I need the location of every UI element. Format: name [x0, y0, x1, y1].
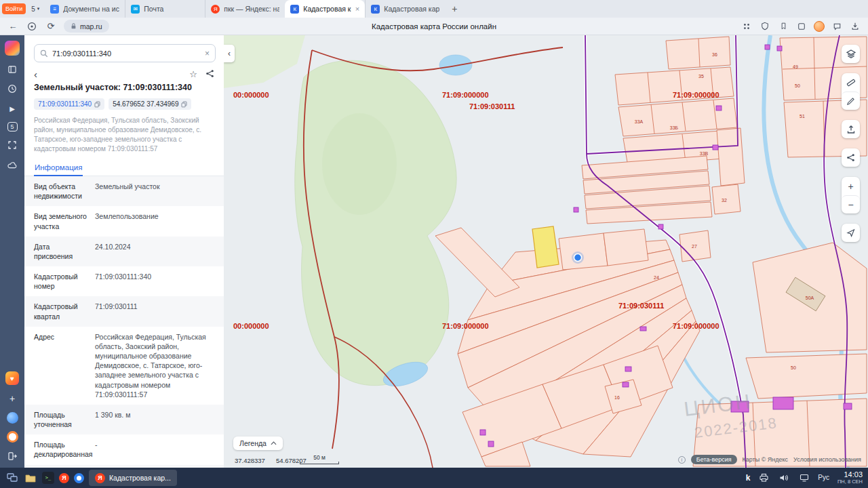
map-area: 00:000000 71:09:000000 71:09:030111 71:0…: [224, 35, 868, 468]
refresh-button[interactable]: ⟳: [45, 20, 57, 33]
close-tab-icon[interactable]: ×: [355, 5, 359, 13]
printer-icon[interactable]: [757, 471, 770, 485]
tab-title: Почта: [144, 5, 199, 13]
exit-door-icon[interactable]: [6, 450, 18, 462]
bookmark-flag-icon[interactable]: [777, 20, 789, 33]
cursor-coordinates: 37.428337 54.678207: [235, 457, 307, 464]
row-label: Площадь уточненная: [34, 410, 90, 429]
zoom-out-button[interactable]: −: [842, 195, 860, 214]
table-row: АдресРоссийская Федерация, Тульская обла…: [24, 327, 224, 405]
locate-me-button[interactable]: [842, 224, 860, 242]
profile-avatar[interactable]: [814, 21, 825, 32]
downloads-icon[interactable]: [849, 20, 861, 33]
scale-bar: 50 м: [300, 454, 339, 464]
taskbar-clock[interactable]: 14:03 ПН, 8 СЕН: [837, 470, 863, 485]
file-manager-icon[interactable]: [24, 471, 37, 485]
upload-button[interactable]: [842, 120, 860, 138]
assistant-logo-icon[interactable]: [5, 41, 20, 56]
row-value: -: [95, 440, 214, 459]
keyboard-layout-indicator[interactable]: Рус: [818, 474, 829, 481]
object-info-panel: × ‹ ☆ Земельный участок: 71:09:030111:34…: [24, 35, 224, 468]
browser-orb-icon[interactable]: [26, 20, 38, 33]
messenger-app-icon[interactable]: [7, 412, 18, 424]
notification-badge[interactable]: 5: [7, 122, 18, 131]
player-icon[interactable]: ▶: [6, 102, 18, 115]
row-label: Площадь декларированная: [34, 440, 90, 459]
parcel-number: 33В: [700, 151, 709, 156]
share-icon[interactable]: [205, 69, 214, 80]
protect-shield-icon[interactable]: [759, 20, 771, 33]
quarter-label: 71:09:030111: [618, 302, 664, 310]
cadastral-number-chip[interactable]: 71:09:030111:340: [34, 98, 104, 110]
task-title: Кадастровая кар...: [109, 474, 171, 482]
chat-bubble-icon[interactable]: [831, 20, 843, 33]
address-bar[interactable]: map.ru: [64, 20, 109, 33]
history-clock-icon[interactable]: [6, 83, 18, 95]
extensions-grid-icon[interactable]: [741, 20, 753, 33]
quarter-label: 71:09:000000: [673, 91, 719, 99]
active-task-button[interactable]: Я Кадастровая кар...: [89, 470, 177, 486]
lock-icon: [71, 22, 77, 30]
scale-label: 50 м: [313, 454, 326, 461]
collections-square-icon[interactable]: [795, 20, 808, 33]
pencil-edit-button[interactable]: [842, 92, 860, 110]
quarter-label: 71:09:030111: [469, 102, 515, 110]
legend-label: Легенда: [239, 439, 267, 447]
info-icon[interactable]: i: [678, 456, 686, 464]
panels-icon[interactable]: [6, 63, 18, 75]
share-map-button[interactable]: [842, 148, 860, 167]
table-row: Площадь уточненная1 390 кв. м: [24, 405, 224, 434]
tab-cadastral-map-2[interactable]: К Кадастровая карта Росс: [365, 0, 445, 18]
terminal-icon[interactable]: >_: [42, 472, 54, 484]
copy-icon[interactable]: [181, 101, 187, 108]
yandex-launcher-icon[interactable]: Я: [59, 473, 69, 483]
add-service-icon[interactable]: +: [6, 392, 18, 405]
map-canvas[interactable]: 00:000000 71:09:000000 71:09:030111 71:0…: [224, 35, 868, 468]
login-button[interactable]: Войти: [2, 3, 26, 14]
coords-chip[interactable]: 54.679652 37.434969: [108, 98, 191, 110]
volume-icon[interactable]: [777, 471, 791, 485]
search-input[interactable]: [52, 49, 201, 58]
map-copyright[interactable]: Карты © Яндекс: [743, 456, 789, 463]
panel-collapse-button[interactable]: ‹: [224, 45, 235, 62]
tab-information[interactable]: Информация: [34, 159, 83, 176]
location-pin[interactable]: [572, 251, 584, 264]
browser-launcher-icon[interactable]: [74, 473, 84, 483]
parcel-number: 33А: [635, 119, 644, 124]
parcel-number: 49: [793, 64, 798, 69]
new-tab-button[interactable]: +: [445, 3, 464, 14]
tab-title: пкк — Яндекс: нашлось: [224, 5, 279, 13]
draw-tools-group: [842, 73, 860, 110]
map-favicon-icon: К: [290, 5, 299, 14]
sidebar-bottom-group: ♥ +: [5, 371, 19, 462]
panel-back-icon[interactable]: ‹: [34, 68, 37, 80]
ruler-button[interactable]: [842, 73, 860, 92]
row-value: 71:09:030111:340: [95, 272, 214, 291]
tab-mail[interactable]: ✉ Почта: [125, 0, 205, 18]
legend-button[interactable]: Легенда: [233, 436, 283, 450]
copy-icon[interactable]: [94, 101, 100, 108]
chips-row: 71:09:030111:340 54.679652 37.434969: [34, 98, 214, 110]
favorite-star-icon[interactable]: ☆: [189, 69, 197, 79]
tab-cadastral-map-active[interactable]: К Кадастровая карта Ро ×: [285, 0, 365, 18]
parcel-number: 33Б: [670, 125, 679, 130]
workspace-switcher-icon[interactable]: [5, 471, 19, 485]
task-favicon-icon: Я: [95, 473, 105, 483]
tab-counter[interactable]: 5 ▾: [26, 5, 45, 13]
screenshot-icon[interactable]: [6, 139, 18, 151]
tab-yandex-search[interactable]: Я пкк — Яндекс: нашлось: [205, 0, 285, 18]
layers-button[interactable]: [842, 45, 860, 63]
zoom-in-button[interactable]: +: [842, 177, 860, 195]
parcel-number: 24: [654, 275, 659, 280]
display-settings-icon[interactable]: [797, 471, 811, 485]
back-button[interactable]: ←: [7, 20, 19, 33]
coords-text: 54.679652 37.434969: [113, 100, 178, 108]
browser-sidebar: ▶ 5 ♥ +: [0, 35, 24, 468]
tab-documents[interactable]: ≡ Документы на исполнен: [45, 0, 125, 18]
terms-link[interactable]: Условия использования: [793, 456, 861, 463]
tray-k-logo-icon[interactable]: k: [746, 473, 751, 483]
browser-app-icon[interactable]: [7, 431, 18, 443]
cloud-icon[interactable]: [6, 159, 18, 171]
clear-search-icon[interactable]: ×: [205, 49, 210, 58]
music-app-icon[interactable]: ♥: [5, 371, 19, 385]
